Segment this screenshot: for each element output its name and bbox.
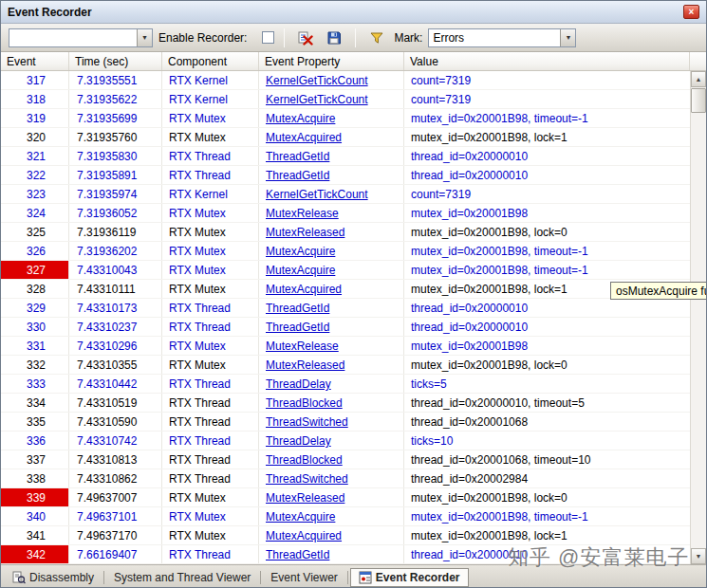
tooltip: osMutexAcquire fu: [610, 282, 707, 300]
cell-value: thread_id=0x20000010: [404, 318, 690, 336]
table-row[interactable]: 328 7.43310111 RTX Mutex MutexAcquired m…: [1, 280, 690, 299]
event-property-link[interactable]: ThreadBlocked: [266, 453, 343, 467]
event-property-link[interactable]: MutexAcquire: [266, 245, 335, 258]
table-row[interactable]: 336 7.43310742 RTX Thread ThreadDelay ti…: [1, 432, 690, 450]
table-row[interactable]: 322 7.31935891 RTX Thread ThreadGetId th…: [1, 166, 690, 185]
table-row[interactable]: 325 7.31936119 RTX Mutex MutexReleased m…: [1, 223, 690, 242]
tab-system-and-thread-viewer[interactable]: System and Thread Viewer: [106, 568, 258, 587]
event-property-link[interactable]: MutexAcquire: [266, 112, 335, 125]
event-property-link[interactable]: MutexRelease: [266, 207, 339, 220]
table-row[interactable]: 323 7.31935974 RTX Kernel KernelGetTickC…: [1, 185, 690, 204]
column-header-time[interactable]: Time (sec): [69, 52, 162, 70]
tab-label: System and Thread Viewer: [114, 571, 251, 584]
column-header-event-property[interactable]: Event Property: [259, 52, 404, 70]
cell-component: RTX Thread: [162, 299, 259, 317]
cell-time: 7.31935891: [69, 166, 162, 184]
column-header-component[interactable]: Component: [162, 52, 259, 70]
enable-recorder-checkbox[interactable]: [262, 31, 274, 44]
table-row[interactable]: 340 7.49637101 RTX Mutex MutexAcquire mu…: [1, 507, 690, 526]
table-row[interactable]: 320 7.31935760 RTX Mutex MutexAcquired m…: [1, 128, 690, 147]
table-row[interactable]: 332 7.43310355 RTX Mutex MutexReleased m…: [1, 356, 690, 375]
cell-event-number: 326: [1, 242, 69, 260]
chevron-down-icon[interactable]: ▼: [560, 29, 575, 46]
mark-combo-value[interactable]: Errors: [429, 29, 560, 46]
vertical-scrollbar[interactable]: ▲ ▼: [690, 71, 706, 564]
event-property-link[interactable]: MutexAcquire: [266, 510, 335, 524]
event-property-link[interactable]: MutexAcquire: [266, 264, 335, 277]
scrollbar-track[interactable]: [691, 87, 706, 548]
event-property-link[interactable]: ThreadSwitched: [266, 472, 348, 486]
event-property-link[interactable]: ThreadDelay: [266, 434, 331, 448]
cell-value: mutex_id=0x20001B98, lock=0: [404, 488, 690, 506]
table-row[interactable]: 331 7.43310296 RTX Mutex MutexRelease mu…: [1, 337, 690, 356]
tab-event-viewer[interactable]: Event Viewer: [263, 568, 344, 587]
cell-value: thread_id=0x20000010: [404, 166, 690, 184]
event-property-link[interactable]: ThreadBlocked: [266, 396, 343, 410]
event-property-link[interactable]: ThreadGetId: [266, 169, 329, 182]
table-row[interactable]: 342 7.66169407 RTX Thread ThreadGetId th…: [1, 545, 690, 564]
event-property-link[interactable]: ThreadGetId: [266, 302, 329, 315]
save-record-icon[interactable]: [323, 28, 345, 48]
event-property-link[interactable]: MutexAcquired: [266, 131, 342, 144]
chevron-down-icon[interactable]: ▼: [137, 29, 152, 46]
cell-time: 7.31935551: [69, 71, 162, 89]
event-property-link[interactable]: MutexReleased: [266, 358, 344, 372]
clear-recorder-icon[interactable]: [294, 28, 317, 48]
event-property-link[interactable]: KernelGetTickCount: [266, 74, 368, 87]
cell-value: thread_id=0x20000010, timeout=5: [404, 394, 690, 412]
event-property-link[interactable]: KernelGetTickCount: [266, 188, 368, 201]
scrollbar-thumb[interactable]: [691, 88, 706, 113]
cell-event-property: MutexRelease: [259, 337, 404, 355]
tab-event-recorder[interactable]: Event Recorder: [350, 568, 469, 587]
table-row[interactable]: 321 7.31935830 RTX Thread ThreadGetId th…: [1, 147, 690, 166]
cell-value: count=7319: [404, 185, 690, 203]
scroll-down-icon[interactable]: ▼: [691, 548, 706, 564]
table-row[interactable]: 337 7.43310813 RTX Thread ThreadBlocked …: [1, 450, 690, 469]
event-property-link[interactable]: MutexReleased: [266, 491, 344, 505]
table-row[interactable]: 341 7.49637170 RTX Mutex MutexAcquired m…: [1, 526, 690, 545]
table-row[interactable]: 326 7.31936202 RTX Mutex MutexAcquire mu…: [1, 242, 690, 261]
event-property-link[interactable]: ThreadSwitched: [266, 415, 348, 429]
mark-combo[interactable]: Errors ▼: [428, 28, 576, 47]
cell-event-number: 340: [1, 507, 69, 525]
event-property-link[interactable]: ThreadGetId: [266, 150, 329, 163]
recorder-filter-combo-value[interactable]: [9, 29, 137, 46]
table-row[interactable]: 318 7.31935622 RTX Kernel KernelGetTickC…: [1, 90, 690, 109]
table-row[interactable]: 338 7.43310862 RTX Thread ThreadSwitched…: [1, 469, 690, 488]
table-row[interactable]: 317 7.31935551 RTX Kernel KernelGetTickC…: [1, 71, 690, 90]
table-row[interactable]: 319 7.31935699 RTX Mutex MutexAcquire mu…: [1, 109, 690, 128]
table-row[interactable]: 334 7.43310519 RTX Thread ThreadBlocked …: [1, 394, 690, 413]
cell-value: thread_id=0x20001068: [404, 413, 690, 431]
event-property-link[interactable]: MutexAcquired: [266, 529, 342, 542]
tab-disassembly[interactable]: Disassembly: [5, 568, 102, 587]
cell-component: RTX Thread: [162, 469, 259, 487]
table-row[interactable]: 324 7.31936052 RTX Mutex MutexRelease mu…: [1, 204, 690, 223]
cell-event-number: 318: [1, 90, 69, 108]
event-property-link[interactable]: KernelGetTickCount: [266, 93, 368, 106]
event-property-link[interactable]: MutexRelease: [266, 340, 339, 353]
table-row[interactable]: 327 7.43310043 RTX Mutex MutexAcquire mu…: [1, 261, 690, 280]
toolbar: ▼ Enable Recorder:: [1, 24, 706, 52]
scroll-up-icon[interactable]: ▲: [691, 71, 706, 87]
event-property-link[interactable]: ThreadDelay: [266, 377, 331, 391]
recorder-filter-combo[interactable]: ▼: [9, 28, 153, 47]
close-icon[interactable]: ×: [683, 5, 699, 19]
event-property-link[interactable]: ThreadGetId: [266, 321, 329, 334]
cell-value: mutex_id=0x20001B98, lock=1: [404, 128, 690, 146]
event-property-link[interactable]: MutexAcquired: [266, 283, 342, 296]
event-property-link[interactable]: ThreadGetId: [266, 548, 329, 561]
cell-time: 7.31935974: [69, 185, 162, 203]
column-header-value[interactable]: Value: [404, 52, 690, 70]
table-row[interactable]: 339 7.49637007 RTX Mutex MutexReleased m…: [1, 488, 690, 507]
cell-event-number: 330: [1, 318, 69, 336]
column-header-event[interactable]: Event: [1, 52, 69, 70]
table-row[interactable]: 330 7.43310237 RTX Thread ThreadGetId th…: [1, 318, 690, 337]
table-row[interactable]: 335 7.43310590 RTX Thread ThreadSwitched…: [1, 413, 690, 432]
filter-funnel-icon[interactable]: [365, 28, 388, 48]
titlebar[interactable]: Event Recorder ×: [1, 1, 706, 24]
cell-event-number: 342: [1, 545, 69, 563]
table-row[interactable]: 329 7.43310173 RTX Thread ThreadGetId th…: [1, 299, 690, 318]
event-property-link[interactable]: MutexReleased: [266, 226, 344, 239]
table-row[interactable]: 333 7.43310442 RTX Thread ThreadDelay ti…: [1, 375, 690, 394]
cell-value: mutex_id=0x20001B98, timeout=-1: [404, 242, 690, 260]
